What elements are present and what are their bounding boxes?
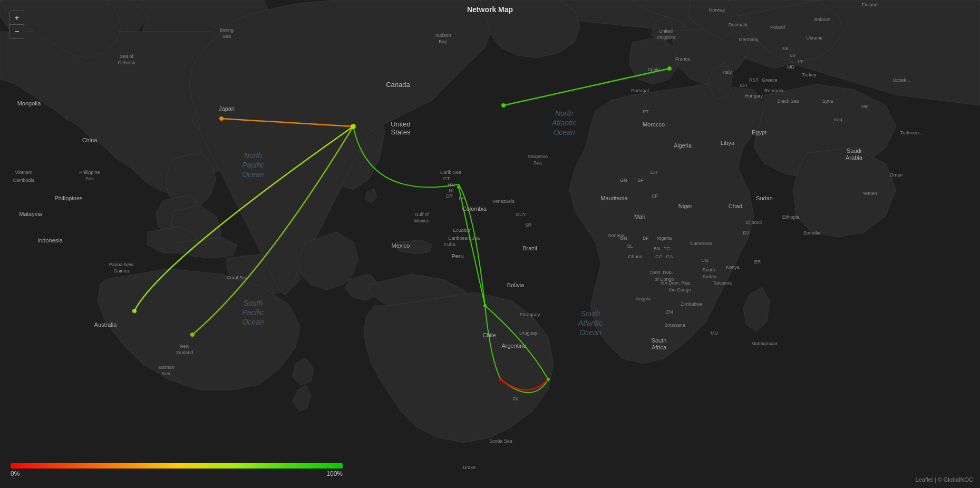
svg-point-153 [667,66,672,71]
svg-point-154 [132,309,137,313]
svg-point-157 [483,304,487,307]
svg-point-159 [499,378,502,381]
svg-point-152 [501,103,506,108]
noc-text: © GlobalNOC [938,476,973,483]
map-container: Network Map + − [0,0,980,488]
map-title: Network Map [467,5,513,14]
legend-min-label: 0% [11,470,20,477]
zoom-controls[interactable]: + − [9,11,24,39]
zoom-in-button[interactable]: + [10,11,24,25]
svg-point-151 [351,124,356,129]
svg-point-156 [457,186,460,189]
legend-max-label: 100% [326,470,343,477]
attribution: Leaflet | © GlobalNOC [913,475,976,484]
svg-point-150 [219,116,224,121]
svg-point-155 [190,333,195,337]
legend-labels: 0% 100% [11,470,343,477]
zoom-out-button[interactable]: − [10,25,24,38]
leaflet-link[interactable]: Leaflet [916,476,933,483]
svg-point-158 [547,378,550,381]
legend-container: 0% 100% [11,463,875,477]
map-svg: North Pacific Ocean South Pacific Ocean … [0,0,980,488]
legend-bar [11,463,343,469]
